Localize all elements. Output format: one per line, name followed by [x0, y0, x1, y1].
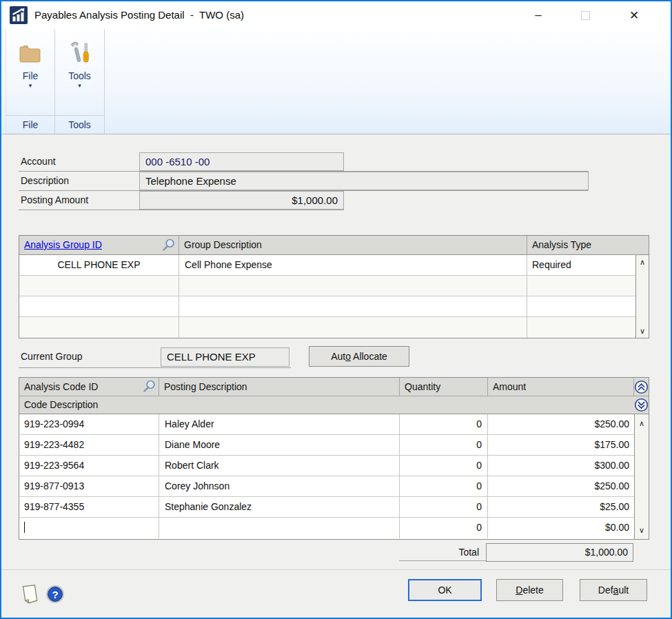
amount-cell[interactable]: $175.00 [488, 435, 634, 455]
group-id-cell[interactable] [19, 317, 179, 338]
group-id-cell[interactable]: CELL PHONE EXP [19, 255, 179, 275]
description-field[interactable]: Telephone Expense [139, 172, 589, 190]
note-icon[interactable] [19, 582, 41, 606]
collapse-rows-icon[interactable] [634, 380, 649, 394]
folder-icon [18, 43, 43, 64]
description-label: Description [21, 175, 69, 186]
posting-description-cell[interactable]: Diane Moore [159, 435, 400, 455]
tools-menu-label: Tools [55, 70, 104, 81]
code-id-cell-editing[interactable] [19, 518, 159, 538]
posting-amount-row-divider [19, 210, 344, 210]
code-id-cell[interactable]: 919-223-9564 [19, 456, 159, 476]
auto-allocate-button[interactable]: Auto Allocate [309, 346, 409, 367]
group-description-cell[interactable]: Cell Phone Expense [179, 255, 527, 275]
text-cursor [24, 522, 25, 533]
minimize-icon: – [535, 8, 541, 22]
scroll-up-icon[interactable]: ∧ [636, 256, 649, 268]
group-description-header: Group Description [179, 236, 527, 254]
analysis-type-cell[interactable] [527, 276, 635, 296]
auto-allocate-label: Aut [331, 351, 345, 362]
code-id-cell[interactable]: 919-877-4355 [19, 497, 159, 517]
ribbon-group-tools[interactable]: Tools ▾ Tools [55, 29, 105, 134]
delete-button[interactable]: Delete [496, 579, 563, 601]
total-amount-field: $1,000.00 [486, 543, 633, 562]
scroll-down-icon[interactable]: ∨ [636, 325, 649, 337]
help-icon[interactable]: ? [45, 585, 65, 604]
code-grid-scrollbar[interactable]: ∧ ∨ [634, 414, 649, 539]
code-lookup-icon[interactable] [142, 379, 156, 394]
ribbon-group-file[interactable]: File ▾ File [6, 29, 55, 134]
posting-description-cell[interactable]: Stephanie Gonzalez [159, 497, 400, 517]
expand-rows-icon[interactable] [634, 398, 649, 412]
delete-label: elete [522, 585, 543, 596]
svg-text:?: ? [52, 589, 58, 600]
maximize-button[interactable] [569, 1, 601, 29]
close-button[interactable]: ✕ [618, 1, 650, 29]
quantity-cell[interactable]: 0 [400, 497, 488, 517]
app-chart-icon [10, 6, 28, 24]
quantity-cell[interactable]: 0 [400, 476, 488, 496]
footer-divider [1, 569, 671, 570]
group-grid-scrollbar[interactable]: ∧ ∨ [635, 255, 649, 338]
delete-mnemonic: D [516, 585, 522, 596]
close-icon: ✕ [629, 8, 639, 23]
posting-description-cell[interactable]: Robert Clark [159, 456, 400, 476]
quantity-cell[interactable]: 0 [400, 414, 488, 434]
amount-header: Amount [488, 378, 634, 396]
minimize-button[interactable]: – [522, 1, 554, 29]
maximize-icon [581, 11, 590, 20]
group-description-cell[interactable] [179, 296, 527, 316]
code-grid-row: 919-223-0994 Haley Alder 0 $250.00 [19, 414, 634, 435]
quantity-header: Quantity [400, 378, 488, 396]
group-grid-row [19, 276, 635, 296]
amount-cell[interactable]: $0.00 [488, 518, 634, 538]
current-group-field[interactable]: CELL PHONE EXP [161, 347, 289, 367]
code-id-cell[interactable]: 919-223-4482 [19, 435, 159, 455]
quantity-cell[interactable]: 0 [400, 518, 488, 538]
quantity-cell[interactable]: 0 [400, 456, 488, 476]
analysis-type-cell[interactable]: Required [527, 255, 635, 275]
account-field[interactable]: 000 -6510 -00 [139, 152, 344, 171]
posting-amount-field[interactable]: $1,000.00 [139, 191, 344, 210]
amount-cell[interactable]: $250.00 [488, 476, 634, 496]
scroll-up-icon[interactable]: ∧ [635, 417, 649, 429]
code-description-header: Code Description [19, 396, 634, 414]
default-button[interactable]: Default [580, 579, 647, 601]
file-dropdown-icon: ▾ [6, 81, 54, 90]
group-id-cell[interactable] [19, 296, 179, 316]
tools-dropdown-icon: ▾ [55, 81, 104, 90]
group-grid-header: Analysis Group ID Group Description Anal… [19, 236, 649, 255]
scroll-down-icon[interactable]: ∨ [635, 524, 649, 536]
posting-description-cell[interactable]: Corey Johnson [159, 476, 400, 496]
amount-cell[interactable]: $25.00 [488, 497, 634, 517]
payables-analysis-posting-detail-window: Payables Analysis Posting Detail - TWO (… [0, 0, 672, 619]
file-menu-label: File [6, 70, 54, 81]
group-description-cell[interactable] [179, 317, 527, 338]
current-group-label: Current Group [21, 351, 82, 362]
amount-cell[interactable]: $300.00 [488, 456, 634, 476]
group-id-cell[interactable] [19, 276, 179, 296]
amount-cell[interactable]: $250.00 [488, 414, 634, 434]
analysis-group-id-header-link[interactable]: Analysis Group ID [24, 239, 102, 250]
posting-description-cell[interactable]: Haley Alder [159, 414, 400, 434]
group-grid-row [19, 296, 635, 317]
code-id-cell[interactable]: 919-223-0994 [19, 414, 159, 434]
analysis-type-cell[interactable] [527, 296, 635, 316]
posting-description-cell[interactable] [159, 518, 400, 538]
default-label-end: ult [618, 585, 629, 596]
ok-label: OK [438, 585, 451, 596]
code-grid-row: 919-223-9564 Robert Clark 0 $300.00 [19, 456, 634, 476]
ok-button[interactable]: OK [408, 579, 482, 601]
posting-amount-label: Posting Amount [21, 194, 88, 205]
analysis-code-id-header: Analysis Code ID [24, 381, 98, 392]
title-bar: Payables Analysis Posting Detail - TWO (… [1, 1, 671, 29]
analysis-type-cell[interactable] [527, 317, 635, 338]
code-id-cell[interactable]: 919-877-0913 [19, 476, 159, 496]
default-label: Def [598, 585, 613, 596]
group-description-cell[interactable] [179, 276, 527, 296]
window-title: Payables Analysis Posting Detail - TWO (… [34, 1, 244, 29]
group-lookup-icon[interactable] [161, 238, 176, 252]
account-label: Account [21, 156, 56, 167]
code-grid-subheader: Code Description [19, 396, 649, 414]
quantity-cell[interactable]: 0 [400, 435, 488, 455]
